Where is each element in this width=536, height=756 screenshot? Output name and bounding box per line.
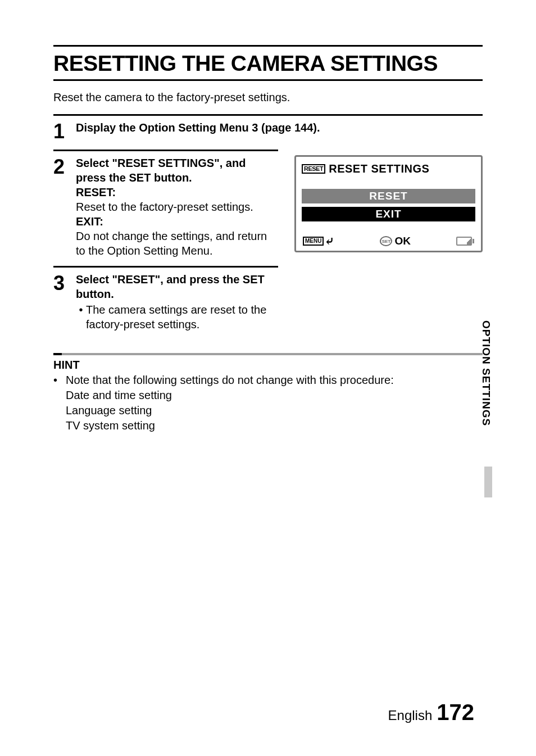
section-tab-marker [484, 467, 492, 497]
hint-label: HINT [53, 359, 483, 372]
hint-line-1: Note that the following settings do not … [66, 373, 394, 388]
exit-label: EXIT: [76, 214, 278, 229]
step-3: 3 Select "RESET", and press the SET butt… [53, 266, 278, 339]
intro-text: Reset the camera to the factory-preset s… [53, 91, 483, 104]
step-1: 1 Display the Option Setting Menu 3 (pag… [53, 114, 483, 150]
menu-chip-icon: MENU [303, 237, 324, 246]
hint-sub-1: Date and time setting [53, 388, 483, 403]
hint-divider [53, 353, 483, 355]
camera-screen-figure: RESET RESET SETTINGS RESET EXIT MENU ⤶ S… [294, 155, 483, 252]
hint-sub-2: Language setting [53, 403, 483, 418]
step-number-2: 2 [53, 156, 76, 177]
footer-page-number: 172 [437, 700, 474, 725]
set-ok-indicator: SET OK [380, 235, 411, 247]
set-circle-icon: SET [380, 236, 392, 246]
return-arrow-icon: ⤶ [325, 236, 334, 247]
ok-text: OK [394, 235, 411, 247]
step-3-heading: Select "RESET", and press the SET button… [76, 272, 278, 301]
page-footer: English 172 [388, 700, 474, 725]
screen-exit-option: EXIT [302, 207, 475, 221]
section-tab: OPTION SETTINGS [480, 320, 492, 426]
step-2-heading: Select "RESET SETTINGS", and press the S… [76, 156, 278, 185]
menu-indicator: MENU ⤶ [303, 236, 334, 247]
screen-reset-option: RESET [302, 189, 475, 203]
battery-icon [456, 237, 474, 246]
reset-description: Reset to the factory-preset settings. [76, 200, 278, 214]
step-1-heading: Display the Option Setting Menu 3 (page … [76, 121, 320, 134]
exit-description: Do not change the settings, and return t… [76, 229, 278, 258]
step-number-1: 1 [53, 120, 76, 142]
footer-language: English [388, 708, 433, 723]
hint-sub-3: TV system setting [53, 418, 483, 433]
step-3-bullet: The camera settings are reset to the fac… [86, 302, 278, 332]
reset-label: RESET: [76, 185, 278, 200]
reset-chip-icon: RESET [302, 164, 325, 174]
screen-title: RESET SETTINGS [329, 162, 429, 175]
step-2: 2 Select "RESET SETTINGS", and press the… [53, 150, 278, 266]
page-title: RESETTING THE CAMERA SETTINGS [53, 45, 483, 81]
bullet-dot-icon: • [76, 302, 86, 317]
hint-bullet-icon: • [53, 373, 66, 388]
step-number-3: 3 [53, 272, 76, 293]
